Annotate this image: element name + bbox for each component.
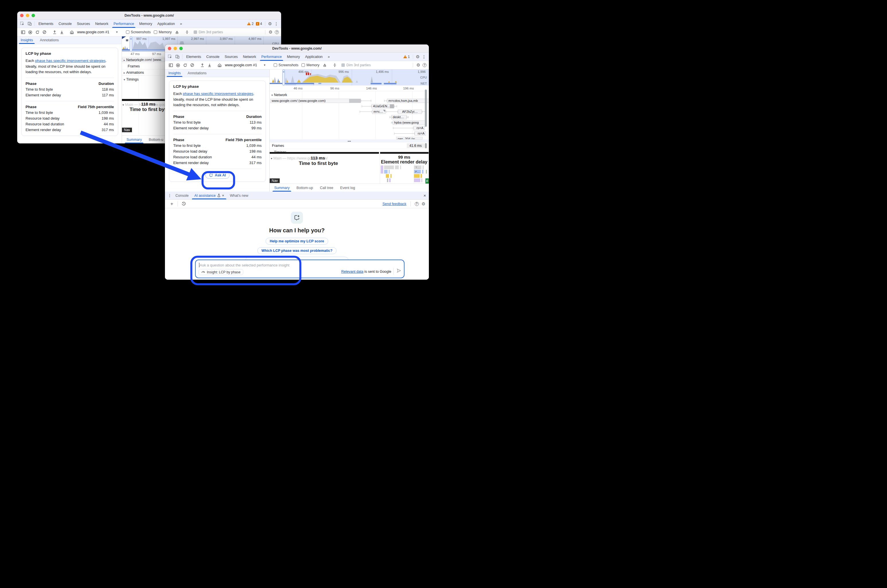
drawer-tab-console[interactable]: Console bbox=[173, 192, 192, 200]
inspect-icon[interactable] bbox=[18, 20, 26, 28]
minimap-left-handle[interactable]: II bbox=[282, 69, 285, 86]
tab-annotations[interactable]: Annotations bbox=[184, 69, 210, 77]
tab-application[interactable]: Application bbox=[302, 52, 325, 61]
flame-block[interactable] bbox=[400, 165, 401, 169]
collapse-tracks-icon[interactable] bbox=[184, 28, 191, 36]
network-request[interactable]: www.google.com/ (www.google.com) bbox=[270, 99, 361, 103]
tab-event-log[interactable]: Event log bbox=[337, 184, 359, 192]
screenshots-checkbox[interactable]: Screenshots bbox=[126, 30, 151, 34]
track-resize-handle[interactable]: ••• bbox=[270, 140, 429, 142]
network-request[interactable]: rs=A bbox=[413, 126, 425, 130]
network-request[interactable]: rs=A bbox=[414, 131, 426, 136]
capture-settings-gear-icon[interactable]: ⚙ bbox=[269, 30, 273, 35]
device-toolbar-icon[interactable] bbox=[26, 20, 33, 28]
warnings-badge[interactable]: ! 2 bbox=[247, 22, 254, 26]
track-frames[interactable]: Frames bbox=[270, 142, 429, 149]
kebab-menu-icon[interactable]: ⋮ bbox=[422, 54, 426, 59]
network-request[interactable]: deskt… bbox=[391, 115, 407, 119]
more-tabs-icon[interactable]: » bbox=[325, 52, 332, 61]
close-window-button[interactable] bbox=[20, 14, 24, 17]
reload-record-icon[interactable] bbox=[182, 62, 189, 69]
network-request[interactable]: AF2bZyi… bbox=[398, 110, 422, 114]
download-profile-icon[interactable] bbox=[58, 28, 65, 36]
help-icon[interactable]: ? bbox=[423, 63, 426, 67]
upload-profile-icon[interactable] bbox=[51, 28, 58, 36]
track-network[interactable]: Network bbox=[272, 93, 287, 97]
tab-network[interactable]: Network bbox=[93, 20, 111, 28]
flame-block[interactable] bbox=[387, 178, 388, 182]
toggle-sidebar-icon[interactable] bbox=[20, 28, 26, 36]
kebab-menu-icon[interactable]: ⋮ bbox=[274, 21, 278, 26]
suggestion-chip[interactable]: Which LCP phase was most problematic? bbox=[257, 247, 336, 254]
tab-memory[interactable]: Memory bbox=[137, 20, 155, 28]
timeline-minimap[interactable]: 496 ms 996 ms 1,496 ms 1,996 bbox=[270, 69, 429, 86]
collapse-tracks-icon[interactable] bbox=[331, 62, 338, 69]
network-request[interactable]: m=c… bbox=[372, 110, 386, 114]
help-icon[interactable]: ? bbox=[415, 202, 419, 206]
close-tab-icon[interactable]: × bbox=[222, 194, 224, 198]
tab-insights[interactable]: Insights bbox=[165, 69, 184, 77]
flame-block[interactable] bbox=[423, 165, 424, 169]
close-drawer-icon[interactable]: × bbox=[423, 192, 426, 200]
record-icon[interactable] bbox=[174, 62, 181, 69]
toggle-sidebar-icon[interactable] bbox=[167, 62, 174, 69]
flame-block[interactable]: P… bbox=[414, 170, 421, 174]
settings-gear-icon[interactable]: ⚙ bbox=[268, 21, 272, 26]
network-request[interactable]: gen_204 (w… bbox=[396, 137, 423, 140]
close-window-button[interactable] bbox=[168, 47, 171, 50]
titlebar[interactable]: DevTools - www.google.com/ bbox=[165, 45, 429, 52]
flame-block[interactable] bbox=[414, 174, 420, 178]
navigation-history-select[interactable]: www.google.com #1▼ bbox=[75, 30, 120, 34]
new-chat-icon[interactable]: + bbox=[168, 201, 175, 207]
improvement-strategies-link[interactable]: phase has specific improvement strategie… bbox=[183, 92, 253, 96]
record-icon[interactable] bbox=[27, 28, 33, 36]
flame-block[interactable] bbox=[384, 165, 394, 169]
tab-summary[interactable]: Summary bbox=[271, 184, 293, 192]
flame-block[interactable] bbox=[414, 178, 420, 182]
clear-icon[interactable] bbox=[41, 28, 48, 36]
gc-brush-icon[interactable] bbox=[321, 62, 328, 69]
flame-block[interactable] bbox=[422, 178, 422, 182]
settings-gear-icon[interactable]: ⚙ bbox=[422, 201, 425, 207]
insight-context-chip[interactable]: Insight: LCP by phase bbox=[198, 269, 243, 275]
flame-block[interactable] bbox=[381, 165, 383, 174]
home-icon[interactable] bbox=[216, 62, 223, 69]
warnings-badge[interactable]: ! 1 bbox=[403, 55, 410, 59]
tab-sources[interactable]: Sources bbox=[74, 20, 93, 28]
flame-block[interactable] bbox=[395, 165, 399, 169]
frames-scrollbar[interactable] bbox=[425, 143, 427, 148]
traffic-lights[interactable] bbox=[20, 14, 35, 17]
capture-settings-gear-icon[interactable]: ⚙ bbox=[417, 63, 420, 68]
minimize-window-button[interactable] bbox=[26, 14, 29, 17]
more-tabs-icon[interactable]: » bbox=[177, 20, 185, 28]
reload-record-icon[interactable] bbox=[34, 28, 41, 36]
tab-insights[interactable]: Insights bbox=[17, 36, 36, 44]
titlebar[interactable]: DevTools - www.google.com/ bbox=[17, 12, 281, 20]
tab-network[interactable]: Network bbox=[240, 52, 259, 61]
minimize-window-button[interactable] bbox=[174, 47, 177, 50]
send-feedback-link[interactable]: Send feedback bbox=[383, 202, 406, 206]
tab-bottom-up[interactable]: Bottom-u bbox=[145, 136, 167, 143]
screenshots-checkbox[interactable]: Screenshots bbox=[274, 63, 298, 67]
network-request[interactable]: m=cdos,hsm,jsa,mb bbox=[387, 99, 429, 103]
tab-annotations[interactable]: Annotations bbox=[36, 36, 62, 44]
network-request[interactable]: 4UaGrEN… bbox=[372, 104, 394, 108]
settings-gear-icon[interactable]: ⚙ bbox=[416, 54, 420, 59]
inspect-icon[interactable] bbox=[166, 52, 174, 61]
improvement-strategies-link[interactable]: phase has specific improvement strategie… bbox=[35, 58, 105, 63]
tab-summary[interactable]: Summary bbox=[123, 136, 145, 143]
tab-application[interactable]: Application bbox=[155, 20, 177, 28]
help-icon[interactable]: ? bbox=[275, 30, 279, 34]
navigation-history-select[interactable]: www.google.com #1▼ bbox=[223, 63, 268, 67]
issues-badge[interactable]: ! 4 bbox=[256, 22, 262, 26]
flame-block[interactable] bbox=[420, 174, 422, 178]
flame-block[interactable] bbox=[386, 174, 389, 178]
ask-ai-button[interactable]: Ask AI bbox=[206, 172, 230, 179]
minimap-left-handle[interactable]: II bbox=[130, 36, 132, 52]
flame-block[interactable] bbox=[389, 178, 391, 182]
zoom-window-button[interactable] bbox=[32, 14, 35, 17]
tab-call-tree[interactable]: Call tree bbox=[317, 184, 337, 192]
tab-bottom-up[interactable]: Bottom-up bbox=[293, 184, 317, 192]
network-request[interactable]: hpba (www.goog bbox=[393, 120, 425, 125]
memory-checkbox[interactable]: Memory bbox=[302, 63, 319, 67]
